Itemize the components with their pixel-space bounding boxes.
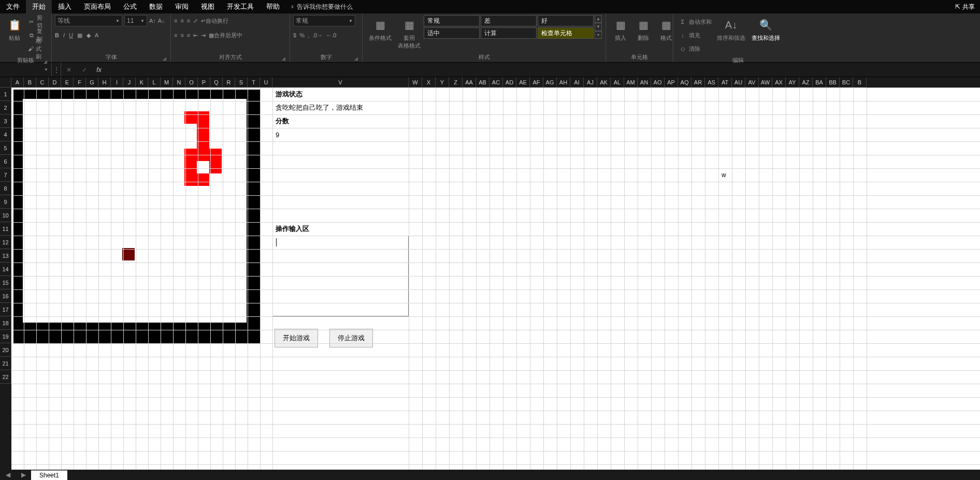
clear-button[interactable]: ◇清除: [679, 43, 712, 54]
sort-filter-button[interactable]: A↓排序和筛选: [714, 15, 748, 43]
col-header[interactable]: AE: [516, 77, 530, 88]
col-header[interactable]: AV: [745, 77, 759, 88]
col-header[interactable]: BC: [840, 77, 853, 88]
menu-视图[interactable]: 视图: [195, 0, 221, 13]
col-header[interactable]: V: [272, 77, 409, 88]
menu-页面布局[interactable]: 页面布局: [78, 0, 117, 13]
tell-me-search[interactable]: ♀ 告诉我你想要做什么: [290, 0, 353, 13]
align-right-button[interactable]: ≡: [187, 30, 190, 41]
launcher-icon[interactable]: ◢: [163, 56, 166, 61]
menu-公式[interactable]: 公式: [117, 0, 143, 13]
conditional-format-button[interactable]: ▦ 条件格式: [366, 15, 395, 43]
col-header[interactable]: AF: [530, 77, 543, 88]
row-header[interactable]: 7: [0, 168, 11, 182]
bold-button[interactable]: B: [55, 30, 59, 41]
col-header[interactable]: AY: [786, 77, 799, 88]
row-header[interactable]: 19: [0, 330, 11, 343]
row-header[interactable]: 12: [0, 236, 11, 249]
fx-button[interactable]: fx: [92, 63, 106, 77]
style-gallery[interactable]: 常规差好适中计算检查单元格: [424, 15, 594, 39]
col-header[interactable]: Y: [436, 77, 449, 88]
style-cell[interactable]: 常规: [424, 15, 480, 26]
col-header[interactable]: BA: [813, 77, 826, 88]
delete-cells-button[interactable]: ▦删除: [632, 15, 655, 43]
style-cell[interactable]: 检查单元格: [538, 27, 594, 39]
spreadsheet-grid[interactable]: ABCDEFGHIJKLMNOPQRSTUVWXYZAAABACADAEAFAG…: [0, 77, 980, 476]
style-cell[interactable]: 差: [481, 15, 537, 26]
align-bottom-button[interactable]: ≡: [187, 15, 190, 26]
decrease-decimal-button[interactable]: ←.0: [326, 30, 336, 41]
col-header[interactable]: F: [74, 77, 86, 88]
row-header[interactable]: 1: [0, 88, 11, 101]
fill-color-button[interactable]: ◆: [87, 30, 91, 41]
decrease-indent-button[interactable]: ⇤: [193, 30, 198, 41]
menu-审阅[interactable]: 审阅: [169, 0, 195, 13]
increase-font-button[interactable]: A↑: [149, 15, 156, 26]
col-header[interactable]: AA: [463, 77, 476, 88]
menu-插入[interactable]: 插入: [52, 0, 78, 13]
row-header[interactable]: 16: [0, 289, 11, 303]
col-header[interactable]: L: [148, 77, 161, 88]
col-header[interactable]: R: [223, 77, 235, 88]
currency-button[interactable]: $: [293, 30, 296, 41]
col-header[interactable]: AN: [638, 77, 651, 88]
col-header[interactable]: O: [185, 77, 198, 88]
row-header[interactable]: 22: [0, 370, 11, 384]
col-header[interactable]: P: [198, 77, 210, 88]
menu-帮助[interactable]: 帮助: [260, 0, 286, 13]
col-header[interactable]: W: [409, 77, 422, 88]
border-button[interactable]: ▦: [77, 30, 82, 41]
col-header[interactable]: B: [853, 77, 867, 88]
col-header[interactable]: AK: [597, 77, 611, 88]
col-header[interactable]: AC: [489, 77, 503, 88]
select-all-corner[interactable]: [0, 77, 11, 88]
col-header[interactable]: AH: [557, 77, 570, 88]
gallery-scroll[interactable]: ▲▼▾: [595, 15, 602, 39]
col-header[interactable]: X: [422, 77, 436, 88]
row-header[interactable]: 21: [0, 357, 11, 370]
font-size-combo[interactable]: 11▼: [124, 15, 147, 26]
col-header[interactable]: S: [235, 77, 248, 88]
comma-button[interactable]: ,: [308, 30, 309, 41]
row-header[interactable]: 5: [0, 141, 11, 155]
wrap-text-button[interactable]: ↵自动换行: [201, 15, 228, 26]
col-header[interactable]: AT: [718, 77, 732, 88]
table-format-button[interactable]: ▦ 套用 表格格式: [395, 15, 424, 51]
merge-button[interactable]: ▦合并后居中: [209, 30, 242, 41]
row-header[interactable]: 3: [0, 114, 11, 128]
col-header[interactable]: E: [61, 77, 74, 88]
col-header[interactable]: D: [49, 77, 61, 88]
col-header[interactable]: M: [161, 77, 173, 88]
launcher-icon[interactable]: ◢: [354, 56, 358, 61]
cells-area[interactable]: 游戏状态 贪吃蛇把自己吃了，游戏结束 分数 9 操作输入区 开始游戏 停止游戏 …: [11, 88, 980, 476]
row-header[interactable]: 9: [0, 195, 11, 209]
fill-button[interactable]: ↓填充: [679, 30, 712, 41]
find-select-button[interactable]: 🔍查找和选择: [748, 15, 783, 43]
fn-options-button[interactable]: ⋮: [52, 63, 61, 77]
row-header[interactable]: 13: [0, 249, 11, 263]
style-cell[interactable]: 计算: [481, 27, 537, 39]
row-header[interactable]: 14: [0, 263, 11, 276]
col-header[interactable]: AU: [732, 77, 745, 88]
col-header[interactable]: AX: [772, 77, 786, 88]
increase-indent-button[interactable]: ⇥: [201, 30, 206, 41]
col-header[interactable]: K: [136, 77, 148, 88]
col-header[interactable]: AM: [624, 77, 638, 88]
col-header[interactable]: Q: [210, 77, 223, 88]
menu-开始[interactable]: 开始: [26, 0, 52, 13]
align-center-button[interactable]: ≡: [180, 30, 183, 41]
row-header[interactable]: 17: [0, 303, 11, 316]
number-format-combo[interactable]: 常规▼: [293, 15, 355, 26]
sheet-nav[interactable]: ◀▶: [0, 471, 31, 478]
paste-button[interactable]: 📋 粘贴: [3, 15, 26, 43]
col-header[interactable]: AQ: [678, 77, 691, 88]
col-header[interactable]: AO: [651, 77, 665, 88]
row-header[interactable]: 18: [0, 316, 11, 330]
row-header[interactable]: 10: [0, 209, 11, 222]
col-header[interactable]: T: [248, 77, 260, 88]
row-header[interactable]: 15: [0, 276, 11, 289]
align-top-button[interactable]: ≡: [174, 15, 177, 26]
align-left-button[interactable]: ≡: [174, 30, 177, 41]
autosum-button[interactable]: Σ自动求和: [679, 16, 712, 27]
format-painter-button[interactable]: 🖌格式刷: [28, 43, 46, 54]
